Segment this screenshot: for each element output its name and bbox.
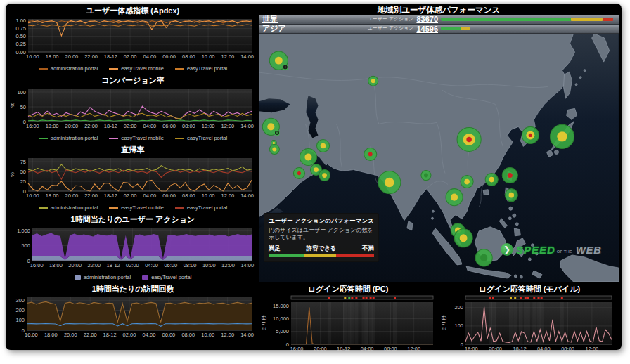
action-count-asia[interactable]: 14596	[416, 25, 438, 33]
chart-bounce[interactable]: 025507516:0018:0020:0022:0018-1202:0004:…	[7, 155, 259, 203]
map-circle[interactable]	[364, 148, 377, 160]
chart-login-mobile[interactable]: 010020016:0020:0018-1204:0008:0012:00ミリ秒	[440, 294, 619, 356]
chart-svg[interactable]: 05,00010,00015,00016:0020:0018-1204:0008…	[259, 294, 437, 353]
svg-text:12:00: 12:00	[221, 193, 235, 199]
action-label-asia: ユーザー アクション	[368, 25, 413, 32]
left-chart-column: ユーザー体感指標 (Apdex) 0.000.250.500.751.0016:…	[7, 4, 259, 350]
chart-apdex[interactable]: 0.000.250.500.751.0016:0018:0020:0022:00…	[7, 16, 259, 64]
svg-text:12:00: 12:00	[221, 332, 234, 338]
map-circle[interactable]	[522, 126, 539, 143]
bottom-chart-row: ログイン応答時間 (PC) 05,00010,00015,00016:0020:…	[259, 282, 619, 356]
map-circle[interactable]	[550, 124, 574, 148]
map-circle[interactable]	[457, 127, 481, 151]
map-circle[interactable]	[421, 171, 431, 181]
chart-svg[interactable]: 025507516:0018:0020:0022:0018-1202:0004:…	[7, 155, 256, 200]
svg-text:16:00: 16:00	[26, 53, 39, 60]
map-circle[interactable]	[269, 144, 279, 154]
svg-text:0: 0	[461, 342, 463, 348]
map-circle[interactable]	[446, 189, 463, 206]
svg-text:10:00: 10:00	[201, 332, 214, 338]
svg-text:50: 50	[20, 104, 26, 110]
map-circle[interactable]	[475, 249, 492, 266]
legend-swatch	[109, 138, 118, 139]
map-circle[interactable]	[378, 171, 401, 194]
svg-text:18-12: 18-12	[107, 262, 120, 268]
chart-user-actions[interactable]: 05001,00016:0018:0020:0022:0018-1202:000…	[7, 225, 259, 273]
chart-svg[interactable]: 010020016:0020:0018-1204:0008:0012:00ミリ秒	[440, 294, 616, 353]
svg-text:08:00: 08:00	[182, 123, 195, 129]
svg-text:12:00: 12:00	[221, 123, 235, 129]
region-row-world: 世界 ユーザー アクション 83670	[259, 15, 619, 25]
svg-text:10:00: 10:00	[202, 123, 215, 129]
legend-swatch	[142, 275, 148, 280]
legend-swatch	[109, 68, 118, 70]
svg-text:14:00: 14:00	[240, 193, 254, 199]
map-circle[interactable]	[505, 189, 518, 202]
svg-text:18-12: 18-12	[104, 123, 117, 129]
svg-text:20:00: 20:00	[65, 193, 79, 199]
panel-apdex: ユーザー体感指標 (Apdex) 0.000.250.500.751.0016:…	[7, 4, 259, 73]
map-circle[interactable]	[317, 139, 330, 152]
svg-text:04:00: 04:00	[143, 193, 157, 199]
legend-item: easyTravel portal	[175, 65, 227, 72]
map-circle[interactable]	[461, 176, 473, 188]
svg-text:18-12: 18-12	[513, 346, 526, 352]
legend-label: administration portal	[51, 65, 98, 72]
svg-text:75: 75	[20, 159, 26, 165]
map-legend-labels: 満足 許容できる 不満	[269, 245, 374, 253]
chart-title-bounce: 直帰率	[7, 143, 259, 155]
map-circle[interactable]	[269, 51, 288, 70]
map-circle[interactable]	[319, 170, 330, 181]
svg-text:08:00: 08:00	[181, 332, 195, 338]
map-circle[interactable]	[368, 76, 378, 86]
gauge-segment-green	[441, 27, 461, 30]
legend-item: administration portal	[75, 274, 131, 280]
region-gauge-asia: ユーザー アクション 14596	[368, 25, 617, 33]
speed-logo-icon: ❯	[501, 243, 513, 256]
chart-visits[interactable]: 010020030016:0018:0020:0022:0018-1202:00…	[7, 294, 259, 342]
performance-bar-asia	[441, 27, 617, 30]
logo-web-text: WEB	[576, 244, 602, 256]
chart-svg[interactable]: 0.000.250.500.751.0016:0018:0020:0022:00…	[7, 16, 256, 61]
map-circle[interactable]	[454, 229, 472, 247]
legend-label: easyTravel mobile	[121, 135, 164, 141]
legend-item: administration portal	[39, 135, 98, 141]
svg-text:04:00: 04:00	[143, 53, 157, 60]
svg-text:18:00: 18:00	[49, 262, 63, 268]
svg-text:22:00: 22:00	[84, 53, 98, 60]
svg-text:15,000: 15,000	[273, 303, 289, 309]
legend-item: easyTravel mobile	[109, 135, 164, 141]
svg-text:08:00: 08:00	[561, 346, 574, 352]
chart-svg[interactable]: 05001,00016:0018:0020:0022:0018-1202:000…	[7, 225, 256, 270]
svg-text:18:00: 18:00	[44, 332, 58, 338]
svg-text:14:00: 14:00	[240, 123, 254, 129]
chart-legend: administration portaleasyTravel portal	[7, 273, 259, 282]
chart-svg[interactable]: 010020030016:0018:0020:0022:0018-1202:00…	[7, 294, 256, 339]
legend-label: easyTravel mobile	[121, 65, 164, 72]
legend-item: easyTravel portal	[142, 274, 191, 280]
svg-text:04:00: 04:00	[143, 123, 157, 129]
map-circle[interactable]	[293, 168, 304, 179]
chart-conversion[interactable]: 05010016:0018:0020:0022:0018-1202:0004:0…	[7, 86, 259, 134]
svg-text:02:00: 02:00	[126, 262, 139, 268]
speed-of-the-web-logo: ❯ SPEED OF THE WEB	[501, 243, 601, 256]
map-circle[interactable]	[262, 118, 279, 135]
map-circle[interactable]	[502, 168, 518, 183]
map-circle[interactable]	[300, 148, 316, 165]
svg-text:18:00: 18:00	[46, 53, 59, 60]
chart-login-pc[interactable]: 05,00010,00015,00016:0020:0018-1204:0008…	[259, 294, 437, 356]
action-count-world[interactable]: 83670	[416, 15, 438, 23]
chart-svg[interactable]: 05010016:0018:0020:0022:0018-1202:0004:0…	[7, 86, 256, 131]
map-legend-color-bar	[269, 254, 374, 257]
map-legend-desc: 円のサイズはユーザー アクションの数を示しています。	[269, 227, 374, 242]
svg-text:04:00: 04:00	[361, 346, 374, 352]
asia-map[interactable]: ユーザー アクションのパフォーマンス 円のサイズはユーザー アクションの数を示し…	[259, 34, 619, 282]
region-link-asia[interactable]: アジア	[262, 23, 286, 34]
svg-text:0.25: 0.25	[15, 41, 26, 47]
svg-text:22:00: 22:00	[84, 123, 98, 129]
legend-item: administration portal	[39, 204, 98, 211]
panel-user-actions: 1時間当たりのユーザー アクション 05001,00016:0018:0020:…	[7, 212, 259, 282]
svg-text:02:00: 02:00	[123, 332, 136, 338]
map-circle[interactable]	[485, 174, 498, 186]
svg-text:50: 50	[20, 169, 26, 175]
